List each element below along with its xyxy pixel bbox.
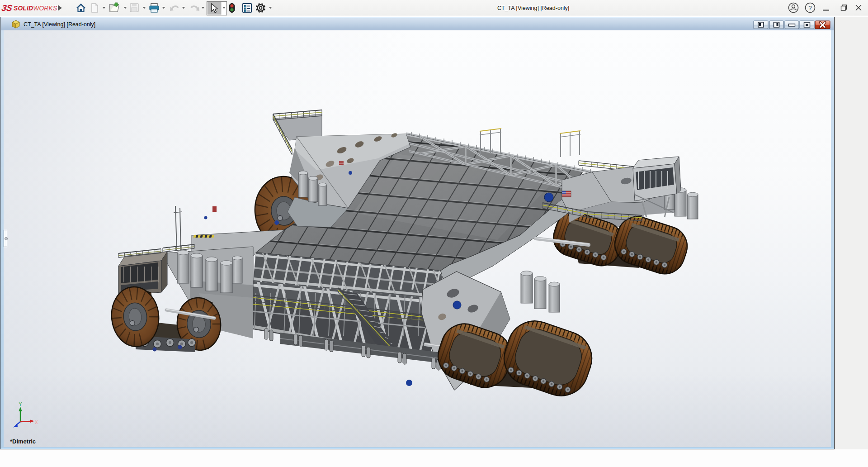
svg-text:SOLIDWORKS: SOLIDWORKS [14, 5, 57, 12]
svg-text:3S: 3S [1, 3, 13, 13]
svg-text:CT_TA [Viewing] [Read-only]: CT_TA [Viewing] [Read-only] [24, 21, 95, 28]
svg-text:?: ? [808, 5, 812, 11]
